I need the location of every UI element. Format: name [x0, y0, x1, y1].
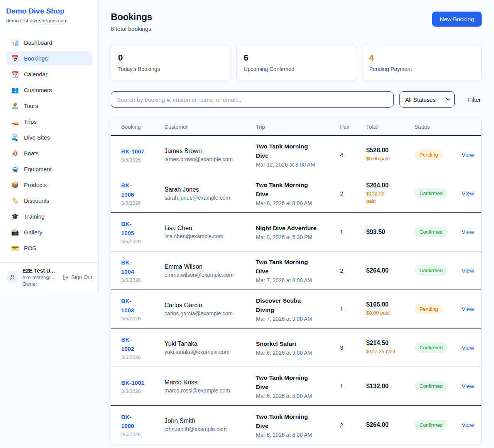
status-filter-wrap: All Statuses: [399, 91, 455, 108]
sidebar-item-label: Training: [24, 213, 45, 220]
total-amount: $165.00: [366, 301, 414, 308]
view-link[interactable]: View: [462, 229, 474, 235]
package-icon: 📦: [11, 181, 19, 189]
status-cell: Confirmed: [414, 342, 462, 353]
sidebar-item-customers[interactable]: 👥 Customers: [6, 83, 92, 97]
booking-id-link[interactable]: BK-1007: [121, 147, 144, 156]
sidebar-item-label: Discounts: [24, 197, 49, 204]
view-link[interactable]: View: [462, 306, 474, 312]
customer-cell: Sarah Jones sarah.jones@example.com: [164, 186, 256, 201]
customer-cell: Carlos Garcia carlos.garcia@example.com: [164, 302, 256, 317]
filter-button[interactable]: Filter: [467, 95, 482, 104]
sidebar-item-dive-sites[interactable]: 🌊 Dive Sites: [6, 130, 92, 145]
sidebar-item-gallery[interactable]: 📸 Gallery: [6, 225, 92, 239]
stat-value: 0: [118, 53, 223, 63]
speedboat-icon: 🚤: [11, 118, 19, 125]
sidebar-item-training[interactable]: 🎓 Training: [6, 209, 92, 224]
column-header-booking: Booking: [121, 124, 164, 130]
booking-cell: BK- 1005 3/5/2026: [121, 219, 164, 244]
sidebar-item-label: Customers: [24, 87, 52, 93]
new-booking-button[interactable]: New Booking: [432, 12, 482, 27]
booking-cell: BK- 1004 3/5/2026: [121, 258, 164, 283]
sidebar-item-products[interactable]: 📦 Products: [6, 178, 92, 192]
customer-name: Carlos Garcia: [164, 302, 256, 309]
status-cell: Confirmed: [414, 188, 462, 199]
view-link[interactable]: View: [462, 267, 474, 274]
pax-cell: 1: [340, 229, 366, 235]
booking-id-link[interactable]: BK- 1000: [121, 413, 134, 431]
booking-cell: BK- 1003 3/5/2026: [121, 296, 164, 322]
stats-row: 0 Today's Bookings 6 Upcoming Confirmed …: [111, 45, 482, 81]
customer-name: John Smith: [164, 418, 256, 424]
booking-date: 3/5/2026: [121, 277, 164, 283]
sidebar-item-equipment[interactable]: 🤿 Equipment: [6, 162, 92, 176]
pax-cell: 2: [340, 422, 366, 428]
sidebar-item-discounts[interactable]: 🏷️ Discounts: [6, 194, 92, 208]
customer-cell: Emma Wilson emma.wilson@example.com: [164, 263, 256, 278]
stat-label: Today's Bookings: [118, 66, 223, 72]
actions-cell: View: [462, 344, 474, 351]
booking-date: 3/5/2026: [121, 431, 164, 437]
status-badge: Confirmed: [414, 265, 448, 276]
view-link[interactable]: View: [462, 383, 474, 389]
stat-card: 0 Today's Bookings: [111, 45, 230, 81]
user-info: E2E Test U... e2e-tester@... Owner: [22, 268, 59, 287]
sidebar-item-pos[interactable]: 💳 POS: [6, 241, 92, 255]
trip-cell: Two Tank Morning Dive Mar 6, 2026 at 8:0…: [256, 373, 340, 399]
view-link[interactable]: View: [462, 190, 474, 197]
trip-name: Two Tank Morning Dive: [256, 373, 325, 392]
trip-name: Snorkel Safari: [256, 339, 325, 349]
sidebar-item-bookings[interactable]: 📅 Bookings: [6, 51, 92, 66]
sidebar-item-label: Bookings: [24, 55, 48, 62]
booking-id-link[interactable]: BK- 1002: [121, 335, 134, 353]
view-link[interactable]: View: [462, 152, 474, 158]
trip-cell: Night Dive Adventure Mar 8, 2026 at 5:30…: [256, 224, 340, 240]
booking-date: 3/5/2026: [121, 239, 164, 244]
status-badge: Confirmed: [414, 420, 448, 430]
pax-cell: 1: [340, 306, 366, 312]
actions-cell: View: [462, 306, 474, 313]
trip-cell: Discover Scuba Diving Mar 7, 2026 at 9:0…: [256, 296, 340, 322]
trip-datetime: Mar 6, 2026 at 9:00 AM: [256, 350, 340, 356]
sign-out-button[interactable]: Sign Out: [63, 274, 92, 280]
customer-email: james.brown@example.com: [164, 156, 256, 162]
booking-id-link[interactable]: BK-1001: [121, 378, 144, 387]
sidebar-item-label: Equipment: [24, 166, 52, 172]
trip-datetime: Mar 8, 2026 at 8:00 AM: [256, 200, 340, 206]
sidebar-item-calendar[interactable]: 📆 Calendar: [6, 67, 92, 81]
trip-name: Two Tank Morning Dive: [256, 180, 325, 199]
booking-id-link[interactable]: BK- 1006: [121, 181, 134, 199]
shop-domain: demo.test.divestreams.com: [6, 18, 92, 24]
trip-cell: Two Tank Morning Dive Mar 12, 2026 at 8:…: [256, 142, 340, 168]
customer-email: marco.rossi@example.com: [164, 387, 256, 394]
trip-datetime: Mar 7, 2026 at 9:00 AM: [256, 316, 340, 322]
bar-chart-icon: 📊: [11, 39, 19, 46]
view-link[interactable]: View: [462, 421, 474, 428]
sidebar-item-label: Products: [24, 182, 47, 188]
sidebar-item-trips[interactable]: 🚤 Trips: [6, 115, 92, 129]
sidebar-item-boats[interactable]: ⛵ Boats: [6, 146, 92, 160]
view-link[interactable]: View: [462, 344, 474, 351]
booking-date: 3/5/2026: [121, 354, 164, 360]
stat-label: Pending Payment: [369, 66, 474, 72]
booking-id-link[interactable]: BK- 1005: [121, 219, 134, 237]
page-header: Bookings 8 total bookings New Booking: [111, 12, 482, 32]
total-cell: $93.50: [366, 229, 414, 236]
trip-datetime: Mar 6, 2026 at 8:00 AM: [256, 393, 340, 399]
trip-name: Two Tank Morning Dive: [256, 412, 325, 431]
column-header-trip: Trip: [256, 124, 340, 130]
sidebar-item-tours[interactable]: 🏝️ Tours: [6, 99, 92, 113]
total-amount: $93.50: [366, 229, 414, 236]
total-cell: $165.00 $0.00 paid: [366, 301, 414, 317]
app-root: Demo Dive Shop demo.test.divestreams.com…: [0, 0, 494, 448]
booking-id-link[interactable]: BK- 1004: [121, 258, 134, 276]
total-cell: $528.00 $0.00 paid: [366, 147, 414, 163]
booking-row: BK-1001 3/5/2026 Marco Rossi marco.rossi…: [111, 367, 481, 406]
status-filter-select[interactable]: All Statuses: [399, 91, 455, 108]
sidebar-item-dashboard[interactable]: 📊 Dashboard: [6, 35, 92, 50]
customer-name: James Brown: [164, 148, 256, 155]
customer-cell: James Brown james.brown@example.com: [164, 148, 256, 162]
search-input[interactable]: [111, 91, 394, 108]
column-header-status: Status: [414, 124, 462, 130]
booking-id-link[interactable]: BK- 1003: [121, 296, 134, 315]
